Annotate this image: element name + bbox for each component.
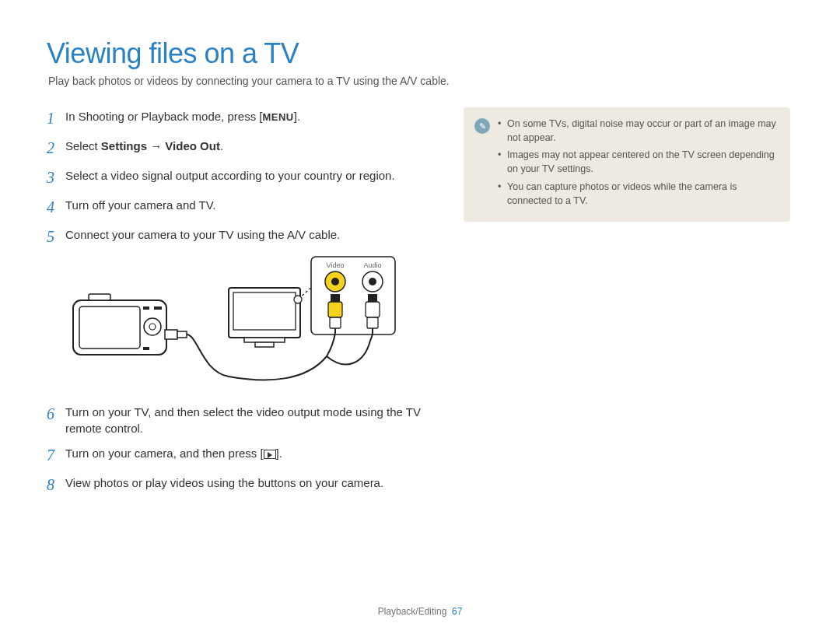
step-1-pre: In Shooting or Playback mode, press [ <box>65 110 262 123</box>
step-text: Connect your camera to your TV using the… <box>65 226 340 243</box>
svg-rect-11 <box>233 292 296 330</box>
step-number: 2 <box>47 137 65 159</box>
footer-page-number: 67 <box>452 606 462 617</box>
step-number: 8 <box>47 474 65 496</box>
tv-port-marker <box>294 296 302 303</box>
svg-rect-13 <box>255 342 274 347</box>
step-2: 2 Select Settings → Video Out. <box>47 137 436 159</box>
step-6: 6 Turn on your TV, and then select the v… <box>47 403 436 436</box>
left-column: 1 In Shooting or Playback mode, press [M… <box>47 107 436 503</box>
step-7: 7 Turn on your camera, and then press []… <box>47 444 436 466</box>
camera-tv-illustration: Video Audio <box>65 255 400 392</box>
svg-rect-5 <box>154 306 162 310</box>
svg-rect-6 <box>143 347 149 350</box>
step-2-post: . <box>220 139 223 152</box>
step-text: View photos or play videos using the but… <box>65 474 383 491</box>
content-columns: 1 In Shooting or Playback mode, press [M… <box>47 107 793 503</box>
step-1: 1 In Shooting or Playback mode, press [M… <box>47 107 436 129</box>
svg-rect-21 <box>368 294 377 302</box>
step-8: 8 View photos or play videos using the b… <box>47 474 436 496</box>
svg-rect-1 <box>79 306 140 349</box>
step-text: Turn on your TV, and then select the vid… <box>65 403 436 436</box>
svg-rect-17 <box>331 294 340 302</box>
svg-rect-8 <box>165 330 177 339</box>
note-item: Images may not appear centered on the TV… <box>498 148 779 176</box>
page-subtitle: Play back photos or videos by connecting… <box>48 75 793 87</box>
step-5: 5 Connect your camera to your TV using t… <box>47 226 436 247</box>
step-text: Select Settings → Video Out. <box>65 137 223 154</box>
page-footer: Playback/Editing 67 <box>0 606 840 617</box>
step-2-pre: Select <box>65 139 101 152</box>
step-7-post: ]. <box>276 447 282 460</box>
svg-rect-4 <box>143 306 149 310</box>
step-1-post: ]. <box>294 110 300 123</box>
page-title: Viewing files on a TV <box>47 37 793 70</box>
menu-button-label: MENU <box>262 111 293 123</box>
step-number: 5 <box>47 226 65 247</box>
step-text: Turn off your camera and TV. <box>65 196 215 213</box>
svg-rect-18 <box>328 302 342 317</box>
step-number: 6 <box>47 403 65 425</box>
svg-rect-7 <box>89 294 110 300</box>
right-column: ✎ On some TVs, digital noise may occur o… <box>464 107 790 503</box>
step-7-pre: Turn on your camera, and then press [ <box>65 447 264 460</box>
svg-rect-23 <box>367 317 378 328</box>
manual-page: Viewing files on a TV Play back photos o… <box>0 0 840 634</box>
note-item: You can capture photos or videos while t… <box>498 180 779 208</box>
svg-rect-9 <box>177 331 187 338</box>
svg-point-3 <box>149 324 156 330</box>
svg-rect-22 <box>366 302 380 317</box>
note-callout: ✎ On some TVs, digital noise may occur o… <box>464 107 790 222</box>
note-icon-glyph: ✎ <box>479 121 486 131</box>
step-4: 4 Turn off your camera and TV. <box>47 196 436 218</box>
footer-section: Playback/Editing <box>378 606 447 617</box>
step-3: 3 Select a video signal output according… <box>47 166 436 188</box>
tv-icon <box>229 288 300 347</box>
svg-point-16 <box>369 278 376 285</box>
playback-icon <box>264 450 276 459</box>
note-list: On some TVs, digital noise may occur or … <box>498 117 779 211</box>
note-item: On some TVs, digital noise may occur or … <box>498 117 779 145</box>
step-number: 1 <box>47 107 65 129</box>
svg-rect-12 <box>244 338 285 342</box>
step-text: Select a video signal output according t… <box>65 166 395 184</box>
step-2-bold: Settings → Video Out <box>101 139 220 152</box>
camera-icon <box>73 294 187 355</box>
step-text: Turn on your camera, and then press []. <box>65 444 282 461</box>
rca-panel-icon: Video Audio <box>311 257 395 335</box>
step-text: In Shooting or Playback mode, press [MEN… <box>65 107 300 124</box>
audio-jack-label: Audio <box>363 261 381 269</box>
step-number: 7 <box>47 444 65 466</box>
svg-point-15 <box>331 278 339 285</box>
note-icon: ✎ <box>474 118 490 134</box>
svg-rect-14 <box>311 257 395 335</box>
svg-rect-19 <box>330 317 341 328</box>
video-jack-label: Video <box>327 261 345 269</box>
step-number: 4 <box>47 196 65 218</box>
step-number: 3 <box>47 166 65 188</box>
connection-diagram: Video Audio <box>65 255 400 392</box>
